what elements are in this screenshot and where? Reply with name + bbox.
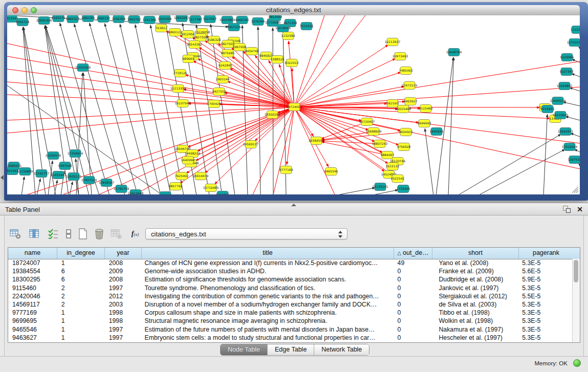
table-row[interactable]: 946362711997Embryonic stem cells: a mode… bbox=[8, 334, 573, 342]
graph-node[interactable]: 989665 bbox=[183, 55, 194, 63]
graph-node[interactable]: 16053809 bbox=[220, 16, 235, 24]
graph-node[interactable]: 9129966 bbox=[560, 54, 574, 61]
graph-node[interactable]: 5860123 bbox=[168, 29, 182, 36]
column-selector-icon[interactable] bbox=[28, 228, 41, 240]
float-panel-icon[interactable] bbox=[563, 206, 571, 213]
graph-edge[interactable] bbox=[571, 74, 580, 77]
graph-edge[interactable] bbox=[294, 61, 580, 107]
column-header-in-degree[interactable]: in_degree bbox=[57, 248, 105, 259]
graph-node[interactable]: 18543362 bbox=[187, 41, 203, 49]
graph-edge[interactable] bbox=[458, 134, 561, 194]
graph-node[interactable]: 1962265 bbox=[81, 15, 95, 22]
graph-node[interactable]: 15135141 bbox=[373, 183, 388, 191]
graph-node[interactable]: 2522542 bbox=[391, 175, 405, 183]
create-table-icon[interactable] bbox=[76, 228, 90, 240]
graph-edge[interactable] bbox=[570, 133, 580, 137]
graph-node[interactable]: 15751074 bbox=[567, 39, 580, 47]
graph-node[interactable]: 10973493 bbox=[393, 53, 408, 60]
graph-edge[interactable] bbox=[105, 24, 150, 194]
graph-node[interactable]: 1525504 bbox=[158, 15, 172, 23]
graph-node[interactable]: 8322013 bbox=[285, 59, 299, 67]
graph-node[interactable]: 9857791 bbox=[169, 183, 183, 190]
select-columns-check-icon[interactable] bbox=[47, 228, 60, 240]
graph-node[interactable]: 1640994 bbox=[181, 157, 195, 164]
table-row[interactable]: 946554611997Estimation of the future num… bbox=[8, 325, 573, 334]
graph-edge[interactable] bbox=[448, 57, 454, 194]
column-header-pagerank[interactable]: pagerank bbox=[519, 248, 573, 259]
graph-edge[interactable] bbox=[335, 188, 375, 194]
graph-node[interactable]: 9777169 bbox=[279, 166, 293, 174]
graph-node[interactable]: 21053346 bbox=[75, 64, 91, 72]
graph-node[interactable]: 16648784 bbox=[446, 49, 462, 56]
graph-node[interactable]: 16107543 bbox=[175, 100, 191, 107]
graph-node[interactable]: 17359924 bbox=[68, 150, 83, 158]
table-selector-dropdown[interactable]: citations_edges.txt bbox=[145, 228, 347, 239]
graph-edge[interactable] bbox=[196, 25, 222, 194]
delete-table-icon[interactable] bbox=[93, 228, 106, 240]
graph-edge[interactable] bbox=[563, 102, 580, 106]
graph-node[interactable]: 10025488 bbox=[396, 105, 411, 113]
graph-edge[interactable] bbox=[135, 107, 294, 194]
graph-node[interactable]: 17016504 bbox=[562, 143, 578, 151]
graph-node[interactable]: 8427552 bbox=[212, 88, 226, 96]
table-row[interactable]: 911546021997Tourette syndrome. Phenomeno… bbox=[8, 284, 573, 292]
close-panel-icon[interactable]: ✕ bbox=[577, 205, 583, 214]
canvas-resize-grip[interactable] bbox=[572, 187, 578, 193]
graph-node[interactable]: 4055724 bbox=[16, 18, 30, 26]
graph-node[interactable]: 1079344 bbox=[251, 18, 265, 26]
graph-node[interactable]: 16210645 bbox=[553, 112, 569, 119]
graph-node[interactable]: 9242845 bbox=[219, 62, 232, 70]
graph-node[interactable]: 9115460 bbox=[419, 105, 433, 113]
graph-node[interactable]: 9756928 bbox=[397, 143, 411, 151]
graph-node[interactable]: 12342757 bbox=[34, 170, 50, 178]
graph-edge[interactable] bbox=[90, 23, 138, 194]
graph-node[interactable]: 1865327 bbox=[66, 15, 80, 23]
graph-node[interactable]: 2718126 bbox=[173, 70, 187, 77]
graph-node[interactable]: 12973115 bbox=[402, 82, 418, 90]
graph-node[interactable]: 2967608 bbox=[233, 43, 247, 51]
graph-node[interactable]: 16914479 bbox=[193, 172, 209, 180]
graph-node[interactable]: 8454749 bbox=[245, 48, 259, 55]
graph-node[interactable]: 1232584 bbox=[281, 32, 295, 40]
collapse-panel-arrow-icon[interactable] bbox=[1, 175, 4, 180]
graph-edge[interactable] bbox=[569, 87, 580, 91]
scrollbar-thumb[interactable] bbox=[574, 260, 578, 282]
graph-edge[interactable] bbox=[579, 34, 580, 35]
graph-node[interactable]: 20691406 bbox=[36, 17, 52, 25]
graph-node[interactable]: 1112353 bbox=[571, 26, 580, 34]
column-header-out-degree[interactable]: △out_de… bbox=[394, 248, 432, 259]
graph-edge[interactable] bbox=[37, 179, 40, 194]
column-header-short[interactable]: short bbox=[432, 248, 519, 259]
graph-node[interactable]: 1167535 bbox=[568, 156, 580, 164]
tab-network-table[interactable]: Network Table bbox=[314, 344, 369, 355]
graph-node[interactable]: 7857224 bbox=[227, 24, 241, 31]
tab-edge-table[interactable]: Edge Table bbox=[268, 344, 314, 355]
table-row[interactable]: 2242004622012Investigating the contribut… bbox=[8, 292, 573, 300]
tab-node-table[interactable]: Node Table bbox=[221, 344, 268, 355]
window-titlebar[interactable]: citations_edges.txt bbox=[7, 5, 580, 16]
graph-edge[interactable] bbox=[294, 103, 387, 107]
table-row[interactable]: 1872400712008Changes of HCN gene express… bbox=[8, 259, 573, 267]
graph-node[interactable]: 1151306 bbox=[143, 16, 157, 24]
graph-edge[interactable] bbox=[21, 177, 25, 194]
graph-node[interactable]: 18807243 bbox=[372, 140, 388, 148]
graph-edge[interactable] bbox=[425, 128, 433, 194]
table-row[interactable]: 1938455462009Genome-wide association stu… bbox=[8, 267, 573, 275]
column-header-year[interactable]: year bbox=[105, 248, 142, 259]
column-header-title[interactable]: title bbox=[142, 248, 394, 259]
graph-node[interactable]: 5912954 bbox=[181, 31, 195, 38]
graph-node[interactable]: 2903144 bbox=[216, 76, 230, 83]
graph-edge[interactable] bbox=[543, 114, 548, 194]
graph-node[interactable]: 562160 bbox=[387, 100, 399, 107]
graph-node[interactable]: 18300295 bbox=[265, 111, 280, 119]
graph-edge[interactable] bbox=[294, 87, 580, 107]
graph-node[interactable]: 9827506 bbox=[194, 34, 208, 41]
graph-node[interactable]: 7515526 bbox=[300, 23, 314, 30]
graph-edge[interactable] bbox=[269, 60, 294, 107]
graph-node[interactable]: 14569117 bbox=[243, 141, 259, 148]
graph-node[interactable]: 13505135 bbox=[66, 173, 82, 181]
table-row[interactable]: 969969511998Structural magnetic resonanc… bbox=[8, 317, 573, 325]
graph-node[interactable]: 12213354 bbox=[170, 85, 186, 93]
graph-node[interactable]: 15720407 bbox=[359, 118, 375, 126]
graph-node[interactable]: 20206576 bbox=[46, 152, 61, 160]
